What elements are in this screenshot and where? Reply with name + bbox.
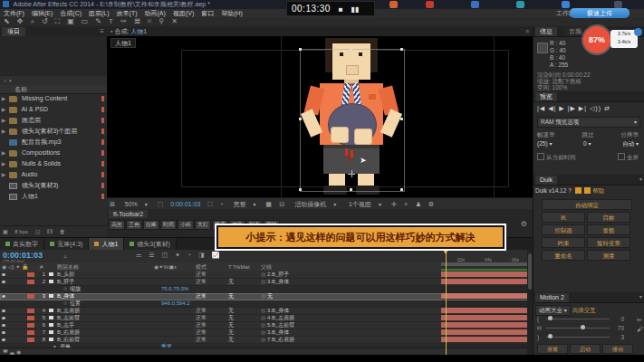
stop-recording-button[interactable]: ■ [339, 3, 343, 16]
label-color-chip[interactable] [101, 194, 104, 199]
tool-icon[interactable]: ✑ [120, 17, 127, 25]
tool-icon[interactable]: ▭ [82, 17, 89, 25]
layer-color-chip[interactable] [27, 280, 34, 284]
blend-mode[interactable]: 正常 [196, 337, 223, 343]
layer-visibility-toggle[interactable] [2, 310, 5, 312]
gear-icon[interactable]: ⚙ [521, 220, 527, 228]
layer-duration-bar[interactable] [441, 279, 527, 285]
layer-visibility-toggle[interactable] [2, 281, 5, 283]
menu-item[interactable]: 帮助(H) [221, 10, 243, 16]
blend-mode[interactable]: 正常 [196, 315, 223, 321]
timeline-search-icon[interactable]: ⌕ [63, 252, 67, 262]
duik-button[interactable]: 旋转变形 [587, 237, 630, 248]
timeline-comp-tab[interactable]: 宽屏(4:3) [44, 238, 89, 250]
layer-color-chip[interactable] [27, 294, 34, 299]
expander-icon[interactable]: ▶ [0, 93, 7, 104]
blend-mode[interactable]: 正常 [196, 279, 223, 285]
timeline-row[interactable]: 7 B_右肩膀 正常 无 3.B_身体 [0, 329, 527, 337]
panel-menu-icon[interactable]: ≡ [525, 26, 529, 36]
motion-category-dropdown[interactable]: 动画大全 ▾ [535, 305, 571, 316]
label-color-chip[interactable] [101, 150, 104, 156]
timeline-row[interactable]: 5 B_左前臂 正常 无 4.B_左肩膀 [0, 315, 527, 322]
menu-item[interactable]: 动画(A) [145, 10, 166, 16]
transparency-grid-icon[interactable]: ☷ [279, 201, 284, 207]
zoom-level-dropdown[interactable]: 50% ▾ [122, 201, 150, 207]
tool-icon[interactable]: ↺ [42, 17, 48, 25]
menu-item[interactable]: 效果(T) [117, 10, 138, 16]
pixel-aspect-icon[interactable]: ✛ [391, 201, 397, 207]
expander-icon[interactable]: ▶ [0, 169, 7, 180]
property-value[interactable]: 75.0,75.0% [161, 286, 188, 292]
timeline-row[interactable]: 2 B_脖子 正常 无 3.B_身体 [0, 279, 527, 286]
blend-mode[interactable]: 正常 [196, 322, 223, 329]
property-value[interactable]: 946.0,594.2 [161, 300, 190, 307]
motion-slider[interactable]: )3 [537, 334, 624, 341]
script-button[interactable]: 高光 [109, 220, 125, 230]
tool-icon[interactable]: ✎ [95, 17, 101, 25]
parent-selector[interactable]: 4.B_左肩膀 [261, 315, 294, 321]
layer-name[interactable]: B_右前臂 [57, 337, 80, 343]
layer-visibility-toggle[interactable] [2, 273, 5, 276]
project-item[interactable]: ▶ AI & PSD [0, 104, 107, 115]
character-artwork[interactable]: ➤ [293, 38, 410, 196]
track-matte[interactable]: 无 [228, 337, 250, 343]
duik-button[interactable]: 重命名 [542, 250, 585, 261]
label-color-chip[interactable] [101, 172, 104, 177]
label-color-chip[interactable] [101, 96, 104, 101]
tab-duik[interactable]: Duik [535, 176, 557, 185]
timeline-scrollbar[interactable] [527, 250, 533, 355]
tab-info[interactable]: 信息 [535, 27, 557, 36]
track-matte[interactable]: 无 [228, 329, 250, 336]
layer-visibility-toggle[interactable] [2, 331, 5, 334]
layer-name-column-header[interactable]: 图层名称 [57, 262, 79, 272]
layer-name[interactable]: 位置 [63, 300, 81, 307]
blend-mode[interactable]: 正常 [196, 293, 223, 300]
layer-name[interactable]: B_左肩膀 [57, 308, 80, 314]
script-button[interactable]: 三色 [126, 220, 142, 230]
selection-handle[interactable] [350, 188, 352, 191]
project-item[interactable]: 镜头3(素材3) [0, 180, 107, 191]
layer-color-chip[interactable] [27, 316, 34, 320]
fast-preview-icon[interactable]: ⚡ [404, 201, 409, 207]
duik-button[interactable]: 测量 [587, 250, 630, 261]
timeline-comp-tab[interactable]: 真实数字 [0, 238, 44, 250]
layer-name[interactable]: B_左前臂 [57, 315, 80, 321]
parent-column-header[interactable]: 父级 [261, 262, 272, 272]
motion-button[interactable]: 缓动 [602, 344, 633, 354]
label-color-chip[interactable] [101, 129, 104, 134]
project-item[interactable]: 人物1 [0, 191, 107, 202]
tool-icon[interactable]: ⌕ [30, 17, 34, 25]
tool-icon[interactable]: 𝌆 [134, 17, 140, 25]
timeline-row[interactable]: 6 B_左手 正常 无 5.B_左前臂 [0, 322, 527, 329]
timeline-row[interactable]: 1 B_头部 正常 2.B_脖子 [0, 272, 527, 279]
blend-mode[interactable]: 正常 [196, 308, 223, 314]
from-current-time-checkbox[interactable]: 从当前时间 [537, 153, 576, 162]
timeline-view-option-icons[interactable]: ⚎ ☰ ◫ ✦ ◔ ◨ 📈 [136, 252, 222, 259]
parent-selector[interactable]: 无 [261, 293, 273, 300]
layer-duration-bar[interactable] [441, 293, 527, 300]
layer-color-chip[interactable] [27, 309, 34, 313]
tool-icon[interactable]: ⌗ [148, 17, 152, 25]
expander-icon[interactable]: ▶ [0, 148, 7, 158]
tab-project[interactable]: 项目 [2, 27, 25, 36]
layer-duration-bar[interactable] [441, 322, 527, 329]
camera-dropdown[interactable]: 活动摄像机 ▾ [292, 201, 339, 207]
blend-mode[interactable]: 正常 [196, 272, 223, 278]
label-color-chip[interactable] [101, 139, 104, 145]
label-color-chip[interactable] [101, 107, 104, 112]
layer-color-chip[interactable] [27, 272, 34, 277]
comp-breadcrumb[interactable]: 人物1 [111, 38, 136, 48]
ram-preview-dropdown[interactable]: RAM 预览选项 ▾ [537, 117, 640, 128]
motion-slider[interactable]: (0 [537, 316, 624, 323]
motion-tool-icons[interactable]: ✏🖌 [637, 316, 643, 334]
tool-icon[interactable]: ⚲ [159, 17, 164, 25]
mode-column-header[interactable]: 模式 [196, 262, 207, 272]
label-color-chip[interactable] [101, 118, 104, 123]
duik-button[interactable]: 约束 [542, 237, 585, 248]
layer-duration-bar[interactable] [441, 315, 527, 321]
expander-icon[interactable]: ▶ [0, 158, 7, 169]
pause-recording-button[interactable]: ▮▮ [351, 3, 359, 16]
selection-handle[interactable] [299, 188, 302, 191]
menu-item[interactable]: 文件(F) [4, 10, 24, 16]
flowchart-icon[interactable]: ⚙ [428, 201, 434, 207]
